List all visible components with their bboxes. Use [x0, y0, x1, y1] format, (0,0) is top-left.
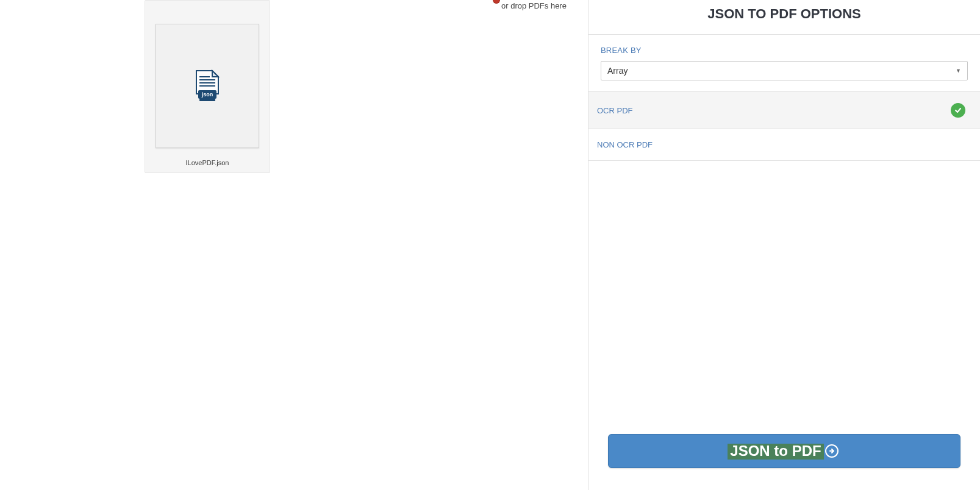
svg-text:json: json	[201, 91, 213, 98]
break-by-label: BREAK BY	[601, 46, 968, 55]
sidebar-title: JSON TO PDF OPTIONS	[588, 0, 980, 35]
option-nonocr-label: NON OCR PDF	[597, 140, 653, 149]
file-preview: json	[156, 24, 259, 148]
add-file-indicator[interactable]	[493, 0, 500, 4]
chevron-down-icon: ▼	[956, 68, 961, 74]
convert-button-label: JSON to PDF	[730, 442, 821, 460]
option-non-ocr-pdf[interactable]: NON OCR PDF	[588, 129, 980, 161]
options-sidebar: JSON TO PDF OPTIONS BREAK BY Array ▼ OCR…	[588, 0, 980, 490]
option-ocr-label: OCR PDF	[597, 106, 633, 115]
json-file-icon: json	[193, 69, 222, 102]
break-by-section: BREAK BY Array ▼	[588, 35, 980, 92]
convert-button[interactable]: JSON to PDF	[608, 434, 960, 468]
drop-hint-text: or drop PDFs here	[501, 1, 567, 10]
file-card[interactable]: json ILovePDF.json	[145, 0, 270, 173]
break-by-dropdown[interactable]: Array ▼	[601, 61, 968, 80]
main-drop-area[interactable]: json ILovePDF.json or drop PDFs here	[0, 0, 588, 490]
option-ocr-pdf[interactable]: OCR PDF	[588, 92, 980, 129]
file-name-label: ILovePDF.json	[186, 159, 229, 166]
arrow-right-icon	[825, 444, 839, 458]
check-icon	[951, 103, 965, 118]
svg-rect-6	[199, 99, 215, 101]
break-by-value: Array	[607, 66, 628, 76]
